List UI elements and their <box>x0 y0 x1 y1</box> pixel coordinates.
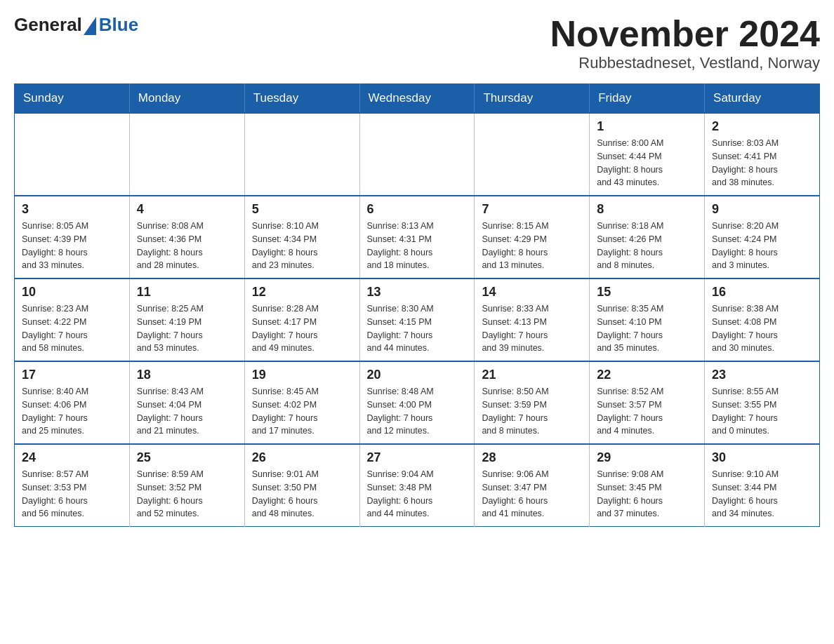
day-number: 1 <box>597 119 697 134</box>
calendar-title: November 2024 <box>550 14 820 54</box>
day-number: 29 <box>597 450 697 465</box>
day-info: Sunrise: 8:03 AMSunset: 4:41 PMDaylight:… <box>712 137 812 189</box>
day-info: Sunrise: 8:59 AMSunset: 3:52 PMDaylight:… <box>137 468 237 521</box>
day-number: 4 <box>137 202 237 217</box>
calendar-cell: 29Sunrise: 9:08 AMSunset: 3:45 PMDayligh… <box>590 444 705 527</box>
calendar-cell: 22Sunrise: 8:52 AMSunset: 3:57 PMDayligh… <box>590 361 705 444</box>
calendar-cell <box>129 113 244 196</box>
day-info: Sunrise: 9:10 AMSunset: 3:44 PMDaylight:… <box>712 468 812 521</box>
day-info: Sunrise: 8:38 AMSunset: 4:08 PMDaylight:… <box>712 302 812 355</box>
calendar-cell <box>244 113 359 196</box>
weekday-header-thursday: Thursday <box>475 84 590 114</box>
day-info: Sunrise: 8:18 AMSunset: 4:26 PMDaylight:… <box>597 220 697 272</box>
calendar-cell: 26Sunrise: 9:01 AMSunset: 3:50 PMDayligh… <box>244 444 359 527</box>
day-number: 24 <box>22 450 122 465</box>
day-info: Sunrise: 8:20 AMSunset: 4:24 PMDaylight:… <box>712 220 812 272</box>
calendar-cell: 30Sunrise: 9:10 AMSunset: 3:44 PMDayligh… <box>705 444 820 527</box>
calendar-cell: 1Sunrise: 8:00 AMSunset: 4:44 PMDaylight… <box>590 113 705 196</box>
day-info: Sunrise: 9:06 AMSunset: 3:47 PMDaylight:… <box>482 468 582 521</box>
day-number: 16 <box>712 285 812 300</box>
calendar-cell: 20Sunrise: 8:48 AMSunset: 4:00 PMDayligh… <box>359 361 475 444</box>
calendar-cell <box>15 113 130 196</box>
day-info: Sunrise: 8:55 AMSunset: 3:55 PMDaylight:… <box>712 385 812 438</box>
calendar-cell: 3Sunrise: 8:05 AMSunset: 4:39 PMDaylight… <box>15 196 130 279</box>
calendar-subtitle: Rubbestadneset, Vestland, Norway <box>550 54 820 72</box>
calendar-week-row: 24Sunrise: 8:57 AMSunset: 3:53 PMDayligh… <box>15 444 820 527</box>
day-info: Sunrise: 9:04 AMSunset: 3:48 PMDaylight:… <box>367 468 468 521</box>
day-number: 20 <box>367 368 468 382</box>
weekday-header-saturday: Saturday <box>705 84 820 114</box>
calendar-cell: 21Sunrise: 8:50 AMSunset: 3:59 PMDayligh… <box>475 361 590 444</box>
calendar-cell <box>475 113 590 196</box>
weekday-header-wednesday: Wednesday <box>359 84 475 114</box>
weekday-header-tuesday: Tuesday <box>244 84 359 114</box>
calendar-cell: 12Sunrise: 8:28 AMSunset: 4:17 PMDayligh… <box>244 279 359 361</box>
calendar-cell: 11Sunrise: 8:25 AMSunset: 4:19 PMDayligh… <box>129 279 244 361</box>
calendar-week-row: 10Sunrise: 8:23 AMSunset: 4:22 PMDayligh… <box>15 279 820 361</box>
calendar-cell: 27Sunrise: 9:04 AMSunset: 3:48 PMDayligh… <box>359 444 475 527</box>
weekday-header-monday: Monday <box>129 84 244 114</box>
calendar-cell: 24Sunrise: 8:57 AMSunset: 3:53 PMDayligh… <box>15 444 130 527</box>
calendar-cell: 7Sunrise: 8:15 AMSunset: 4:29 PMDaylight… <box>475 196 590 279</box>
calendar-cell: 6Sunrise: 8:13 AMSunset: 4:31 PMDaylight… <box>359 196 475 279</box>
day-number: 2 <box>712 119 812 134</box>
day-number: 15 <box>597 285 697 300</box>
day-number: 12 <box>252 285 352 300</box>
day-info: Sunrise: 9:08 AMSunset: 3:45 PMDaylight:… <box>597 468 697 521</box>
day-number: 28 <box>482 450 582 465</box>
day-info: Sunrise: 8:15 AMSunset: 4:29 PMDaylight:… <box>482 220 582 272</box>
day-number: 3 <box>22 202 122 217</box>
day-info: Sunrise: 8:08 AMSunset: 4:36 PMDaylight:… <box>137 220 237 272</box>
day-number: 19 <box>252 368 352 382</box>
calendar-cell: 4Sunrise: 8:08 AMSunset: 4:36 PMDaylight… <box>129 196 244 279</box>
calendar-cell: 16Sunrise: 8:38 AMSunset: 4:08 PMDayligh… <box>705 279 820 361</box>
weekday-header-friday: Friday <box>590 84 705 114</box>
weekday-header-sunday: Sunday <box>15 84 130 114</box>
day-number: 25 <box>137 450 237 465</box>
day-number: 5 <box>252 202 352 217</box>
calendar-week-row: 17Sunrise: 8:40 AMSunset: 4:06 PMDayligh… <box>15 361 820 444</box>
calendar-header-row: SundayMondayTuesdayWednesdayThursdayFrid… <box>15 84 820 114</box>
calendar-cell: 19Sunrise: 8:45 AMSunset: 4:02 PMDayligh… <box>244 361 359 444</box>
day-info: Sunrise: 8:25 AMSunset: 4:19 PMDaylight:… <box>137 302 237 355</box>
calendar-cell: 5Sunrise: 8:10 AMSunset: 4:34 PMDaylight… <box>244 196 359 279</box>
calendar-cell: 10Sunrise: 8:23 AMSunset: 4:22 PMDayligh… <box>15 279 130 361</box>
day-info: Sunrise: 8:35 AMSunset: 4:10 PMDaylight:… <box>597 302 697 355</box>
day-number: 10 <box>22 285 122 300</box>
day-info: Sunrise: 8:13 AMSunset: 4:31 PMDaylight:… <box>367 220 468 272</box>
calendar-cell: 15Sunrise: 8:35 AMSunset: 4:10 PMDayligh… <box>590 279 705 361</box>
day-info: Sunrise: 8:52 AMSunset: 3:57 PMDaylight:… <box>597 385 697 438</box>
day-number: 23 <box>712 368 812 382</box>
logo-triangle-icon <box>84 17 96 35</box>
day-info: Sunrise: 8:33 AMSunset: 4:13 PMDaylight:… <box>482 302 582 355</box>
calendar-cell: 14Sunrise: 8:33 AMSunset: 4:13 PMDayligh… <box>475 279 590 361</box>
calendar-week-row: 3Sunrise: 8:05 AMSunset: 4:39 PMDaylight… <box>15 196 820 279</box>
day-number: 17 <box>22 368 122 382</box>
day-info: Sunrise: 8:57 AMSunset: 3:53 PMDaylight:… <box>22 468 122 521</box>
day-info: Sunrise: 8:23 AMSunset: 4:22 PMDaylight:… <box>22 302 122 355</box>
day-info: Sunrise: 8:05 AMSunset: 4:39 PMDaylight:… <box>22 220 122 272</box>
calendar-cell: 17Sunrise: 8:40 AMSunset: 4:06 PMDayligh… <box>15 361 130 444</box>
calendar-cell: 9Sunrise: 8:20 AMSunset: 4:24 PMDaylight… <box>705 196 820 279</box>
page-header: General Blue November 2024 Rubbestadnese… <box>14 14 820 72</box>
calendar-table: SundayMondayTuesdayWednesdayThursdayFrid… <box>14 83 820 527</box>
day-info: Sunrise: 8:48 AMSunset: 4:00 PMDaylight:… <box>367 385 468 438</box>
day-number: 11 <box>137 285 237 300</box>
calendar-cell: 13Sunrise: 8:30 AMSunset: 4:15 PMDayligh… <box>359 279 475 361</box>
day-number: 18 <box>137 368 237 382</box>
day-number: 8 <box>597 202 697 217</box>
calendar-cell: 25Sunrise: 8:59 AMSunset: 3:52 PMDayligh… <box>129 444 244 527</box>
day-number: 9 <box>712 202 812 217</box>
day-number: 21 <box>482 368 582 382</box>
logo-blue-text: Blue <box>99 14 138 36</box>
day-info: Sunrise: 9:01 AMSunset: 3:50 PMDaylight:… <box>252 468 352 521</box>
day-number: 6 <box>367 202 468 217</box>
day-info: Sunrise: 8:30 AMSunset: 4:15 PMDaylight:… <box>367 302 468 355</box>
day-info: Sunrise: 8:10 AMSunset: 4:34 PMDaylight:… <box>252 220 352 272</box>
title-block: November 2024 Rubbestadneset, Vestland, … <box>550 14 820 72</box>
calendar-cell: 28Sunrise: 9:06 AMSunset: 3:47 PMDayligh… <box>475 444 590 527</box>
day-info: Sunrise: 8:00 AMSunset: 4:44 PMDaylight:… <box>597 137 697 189</box>
calendar-cell: 8Sunrise: 8:18 AMSunset: 4:26 PMDaylight… <box>590 196 705 279</box>
logo[interactable]: General Blue <box>14 14 138 36</box>
day-number: 22 <box>597 368 697 382</box>
